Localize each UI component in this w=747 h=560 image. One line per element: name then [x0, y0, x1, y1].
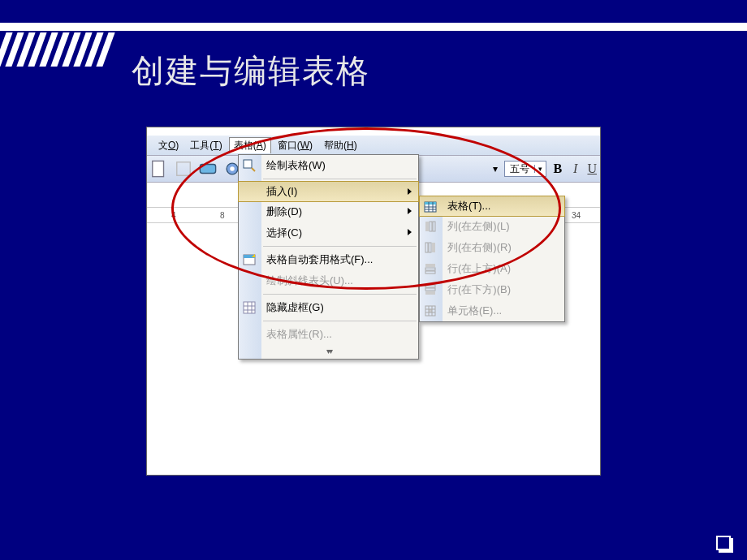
- menu-item-label: 列(在左侧)(L): [447, 219, 510, 234]
- toolbar-btn-1[interactable]: [150, 160, 168, 178]
- toolbar-btn-3[interactable]: [199, 160, 217, 178]
- menu-item-diagonal-header: 绘制斜线表头(U)...: [239, 270, 418, 291]
- hide-grid-icon: [242, 300, 257, 315]
- svg-rect-30: [425, 285, 435, 287]
- tool-icon: [199, 160, 217, 178]
- slide-title: 创建与编辑表格: [132, 49, 370, 93]
- toolbar-btn-2[interactable]: [175, 160, 192, 178]
- svg-rect-27: [425, 268, 435, 270]
- menu-item-autoformat[interactable]: 表格自动套用格式(F)...: [239, 249, 418, 270]
- svg-rect-31: [425, 288, 435, 291]
- cell-icon: [423, 304, 438, 318]
- svg-rect-21: [430, 222, 432, 231]
- menu-format[interactable]: 文O): [153, 137, 184, 154]
- menu-item-label: 插入(I): [266, 184, 297, 199]
- menu-separator: [263, 246, 417, 247]
- svg-rect-20: [425, 222, 429, 231]
- menu-item-label: 行(在下方)(B): [447, 282, 511, 297]
- draw-table-icon: [242, 158, 257, 173]
- doc-icon: [150, 160, 168, 178]
- svg-rect-5: [244, 160, 252, 168]
- italic-button[interactable]: I: [573, 162, 577, 176]
- slide-stripe-decor: [0, 32, 114, 67]
- fontsize-dropdown[interactable]: 五号 ▾: [504, 161, 546, 177]
- svg-rect-2: [200, 165, 215, 174]
- menu-item-select[interactable]: 选择(C): [239, 222, 418, 243]
- col-right-icon: [423, 240, 438, 255]
- menu-item-label: 单元格(E)...: [447, 304, 502, 318]
- blank-icon: [175, 160, 192, 178]
- menu-item-label: 绘制斜线表头(U)...: [266, 274, 353, 288]
- svg-rect-15: [425, 202, 436, 205]
- submenu-item-row-above: 行(在上方)(A): [420, 258, 564, 279]
- svg-rect-22: [433, 222, 435, 231]
- menu-item-label: 表格(T)...: [447, 199, 490, 213]
- fontsize-value: 五号: [505, 162, 534, 176]
- svg-rect-9: [244, 302, 255, 313]
- bold-button[interactable]: B: [553, 162, 562, 176]
- svg-line-6: [252, 168, 255, 171]
- svg-rect-0: [153, 161, 164, 176]
- submenu-item-cell: 单元格(E)...: [420, 300, 564, 321]
- svg-rect-1: [177, 162, 191, 176]
- ruler-mark: 8: [220, 211, 225, 220]
- menu-item-label: 表格属性(R)...: [266, 327, 332, 342]
- menu-item-label: 隐藏虚框(G): [266, 300, 324, 315]
- autoformat-icon: [242, 252, 257, 267]
- svg-rect-33: [429, 309, 432, 312]
- menu-item-label: 绘制表格(W): [266, 158, 326, 173]
- expand-menu-chevron[interactable]: ▾▾: [239, 345, 418, 359]
- word-screenshot: 文O) 工具(T) 表格(A) 窗口(W) 帮助(H) ▾ 五号: [146, 127, 601, 476]
- menu-item-label: 列(在右侧)(R): [447, 240, 512, 255]
- submenu-arrow-icon: [408, 208, 412, 214]
- table-menu-popup: 绘制表格(W) 插入(I) 删除(D) 选择(C) 表格自动套用格式(F)...…: [238, 154, 419, 360]
- toolbar-dropdown-arrow[interactable]: ▾: [490, 160, 501, 178]
- menu-item-draw-table[interactable]: 绘制表格(W): [239, 155, 418, 176]
- ruler-mark: 34: [572, 211, 581, 220]
- menu-item-label: 表格自动套用格式(F)...: [266, 252, 373, 267]
- submenu-arrow-icon: [408, 188, 412, 195]
- table-icon: [423, 200, 438, 214]
- menu-tools[interactable]: 工具(T): [185, 137, 227, 154]
- row-above-icon: [423, 261, 438, 276]
- svg-rect-26: [425, 264, 435, 267]
- menu-window[interactable]: 窗口(W): [273, 137, 317, 154]
- menu-help[interactable]: 帮助(H): [319, 137, 362, 154]
- menu-separator: [263, 179, 417, 179]
- submenu-item-table[interactable]: 表格(T)...: [419, 196, 565, 217]
- menu-separator: [263, 321, 417, 321]
- menu-item-insert[interactable]: 插入(I): [238, 181, 419, 202]
- submenu-item-col-right: 列(在右侧)(R): [420, 237, 564, 258]
- submenu-item-col-left: 列(在左侧)(L): [420, 216, 564, 237]
- svg-rect-23: [432, 243, 435, 252]
- slide-footer-decor: [716, 536, 731, 550]
- insert-submenu-popup: 表格(T)... 列(在左侧)(L) 列(在右侧)(R) 行(在上方)(A) 行…: [419, 196, 565, 322]
- underline-button[interactable]: U: [587, 162, 597, 176]
- svg-rect-24: [425, 243, 428, 252]
- menu-table[interactable]: 表格(A): [229, 137, 271, 153]
- svg-rect-29: [425, 291, 435, 295]
- svg-point-4: [230, 166, 235, 171]
- svg-rect-25: [429, 243, 431, 252]
- menubar: 文O) 工具(T) 表格(A) 窗口(W) 帮助(H): [147, 136, 601, 155]
- menu-item-label: 行(在上方)(A): [447, 261, 511, 276]
- chevron-down-icon: ▾: [534, 165, 546, 173]
- menu-item-hide-gridlines[interactable]: 隐藏虚框(G): [239, 297, 418, 318]
- svg-rect-28: [425, 271, 435, 274]
- submenu-item-row-below: 行(在下方)(B): [420, 279, 564, 300]
- menu-item-label: 选择(C): [266, 226, 302, 240]
- menu-item-table-properties: 表格属性(R)...: [239, 324, 418, 345]
- menu-separator: [263, 294, 417, 295]
- menu-item-label: 删除(D): [266, 205, 302, 219]
- menu-item-delete[interactable]: 删除(D): [239, 201, 418, 222]
- submenu-arrow-icon: [408, 229, 412, 235]
- ruler-mark: 4: [171, 211, 176, 220]
- slide-top-bar: [0, 23, 747, 31]
- row-below-icon: [423, 282, 438, 297]
- col-left-icon: [423, 219, 438, 234]
